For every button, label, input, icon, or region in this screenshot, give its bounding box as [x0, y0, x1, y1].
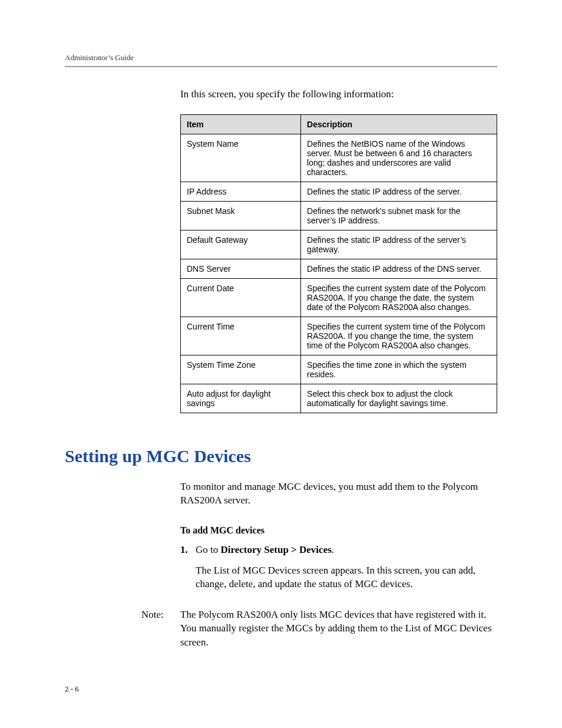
section-intro-paragraph: To monitor and manage MGC devices, you m…	[180, 480, 497, 508]
table-row: System Time Zone Specifies the time zone…	[181, 355, 497, 384]
step-text-suffix: .	[332, 544, 334, 555]
table-row: Current Date Specifies the current syste…	[181, 279, 497, 317]
cell-desc: Defines the NetBIOS name of the Windows …	[301, 134, 497, 182]
table-header-row: Item Description	[181, 115, 497, 134]
page-container: Administrator’s Guide In this screen, yo…	[0, 0, 562, 728]
note-label: Note:	[141, 608, 180, 649]
table-row: DNS Server Defines the static IP address…	[181, 259, 497, 279]
step-text-prefix: Go to	[196, 544, 221, 555]
cell-item: Current Date	[181, 279, 301, 317]
intro-paragraph: In this screen, you specify the followin…	[180, 88, 497, 100]
cell-desc: Defines the static IP address of the ser…	[301, 230, 497, 259]
table-row: System Name Defines the NetBIOS name of …	[181, 134, 497, 182]
cell-desc: Defines the network’s subnet mask for th…	[301, 202, 497, 230]
cell-desc: Specifies the current system time of the…	[301, 317, 497, 355]
cell-item: System Time Zone	[181, 355, 301, 384]
cell-item: System Name	[181, 134, 301, 182]
step-text-bold: Directory Setup > Devices	[221, 544, 332, 555]
cell-item: IP Address	[181, 182, 301, 202]
col-header-item: Item	[181, 115, 301, 134]
cell-desc: Specifies the time zone in which the sys…	[301, 355, 497, 384]
cell-item: Default Gateway	[181, 230, 301, 259]
section-heading: Setting up MGC Devices	[65, 446, 497, 466]
cell-item: DNS Server	[181, 259, 301, 279]
table-row: Current Time Specifies the current syste…	[181, 317, 497, 355]
note-text: The Polycom RAS200A only lists MGC devic…	[180, 608, 497, 649]
page-number: 2 - 6	[65, 684, 497, 694]
cell-desc: Select this check box to adjust the cloc…	[301, 384, 497, 413]
table-row: Auto adjust for daylight savings Select …	[181, 384, 497, 413]
note-block: Note: The Polycom RAS200A only lists MGC…	[141, 608, 497, 649]
step-text: Go to Directory Setup > Devices.	[196, 544, 497, 556]
step-number: 1.	[180, 544, 196, 556]
procedure-subhead: To add MGC devices	[180, 525, 497, 536]
cell-item: Subnet Mask	[181, 202, 301, 230]
table-row: IP Address Defines the static IP address…	[181, 182, 497, 202]
col-header-description: Description	[301, 115, 497, 134]
cell-desc: Defines the static IP address of the DNS…	[301, 259, 497, 279]
table-row: Default Gateway Defines the static IP ad…	[181, 230, 497, 259]
settings-table: Item Description System Name Defines the…	[180, 114, 497, 413]
running-header: Administrator’s Guide	[65, 53, 497, 62]
step-result: The List of MGC Devices screen appears. …	[196, 564, 497, 591]
section-body: To monitor and manage MGC devices, you m…	[180, 480, 497, 591]
ordered-step: 1. Go to Directory Setup > Devices. The …	[180, 544, 497, 591]
cell-item: Auto adjust for daylight savings	[181, 384, 301, 413]
table-row: Subnet Mask Defines the network’s subnet…	[181, 202, 497, 230]
header-rule	[65, 66, 497, 67]
cell-desc: Specifies the current system date of the…	[301, 279, 497, 317]
cell-item: Current Time	[181, 317, 301, 355]
main-content: In this screen, you specify the followin…	[180, 88, 497, 413]
cell-desc: Defines the static IP address of the ser…	[301, 182, 497, 202]
